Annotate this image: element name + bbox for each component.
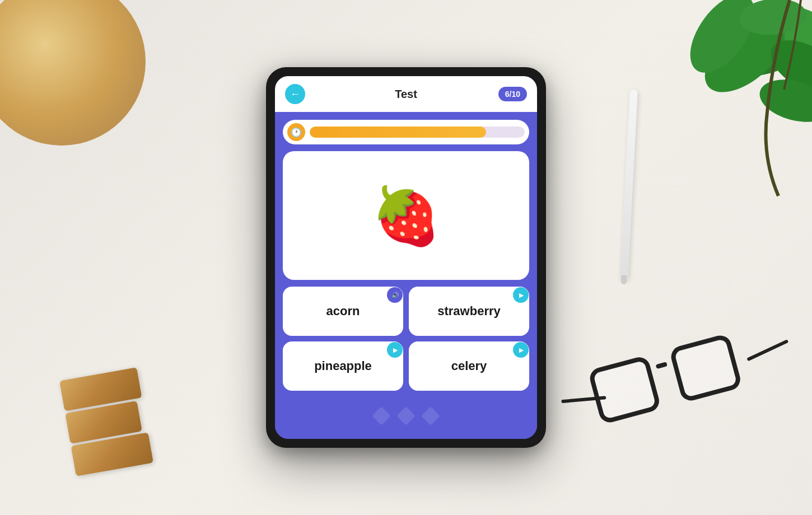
wood-blocks-decoration — [59, 367, 153, 476]
timer-track — [310, 127, 525, 138]
answer-card-acorn[interactable]: 🔊 acorn — [283, 287, 403, 336]
tablet-device: ← Test 6/10 🕐 🍓 — [266, 67, 546, 448]
question-image: 🍓 — [371, 188, 441, 244]
glasses-bridge — [656, 362, 668, 369]
timer-icon: 🕐 — [287, 123, 305, 141]
plant-decoration — [633, 0, 812, 224]
answer-card-celery[interactable]: ▶ celery — [409, 341, 529, 391]
app-content: 🕐 🍓 🔊 acor — [275, 112, 537, 439]
app-title: Test — [395, 88, 417, 101]
app-header: ← Test 6/10 — [275, 76, 537, 112]
clock-icon: 🕐 — [291, 127, 302, 138]
answer-text-strawberry: strawberry — [437, 304, 501, 319]
answer-card-pineapple[interactable]: ▶ pineapple — [283, 341, 403, 391]
diamond-3 — [421, 406, 440, 425]
tablet-wrapper: ← Test 6/10 🕐 🍓 — [266, 67, 546, 448]
speaker-icon: 🔊 — [391, 292, 399, 299]
bottom-decoration — [283, 397, 529, 431]
answer-text-acorn: acorn — [326, 304, 360, 319]
answer-grid: 🔊 acorn ▶ strawberry ▶ — [283, 287, 529, 391]
play-button-strawberry[interactable]: ▶ — [513, 287, 529, 303]
play-icon-strawberry: ▶ — [519, 292, 524, 299]
stylus-tip — [621, 275, 627, 285]
timer-fill — [310, 127, 486, 138]
tablet-screen: ← Test 6/10 🕐 🍓 — [275, 76, 537, 439]
answer-text-pineapple: pineapple — [314, 359, 372, 373]
play-button-celery[interactable]: ▶ — [513, 342, 529, 358]
back-arrow-icon: ← — [290, 89, 300, 99]
progress-badge: 6/10 — [498, 87, 527, 101]
timer-bar-container: 🕐 — [283, 120, 529, 144]
diamond-2 — [396, 406, 416, 425]
answer-text-celery: celery — [451, 359, 487, 373]
answer-card-strawberry[interactable]: ▶ strawberry — [409, 287, 529, 336]
diamond-1 — [372, 406, 391, 425]
question-image-card: 🍓 — [283, 151, 529, 280]
play-icon-celery: ▶ — [519, 347, 524, 354]
back-button[interactable]: ← — [285, 84, 305, 104]
play-icon-pineapple: ▶ — [393, 347, 398, 354]
sound-button-acorn[interactable]: 🔊 — [387, 287, 403, 303]
play-button-pineapple[interactable]: ▶ — [387, 342, 403, 358]
plant-svg — [633, 0, 812, 224]
